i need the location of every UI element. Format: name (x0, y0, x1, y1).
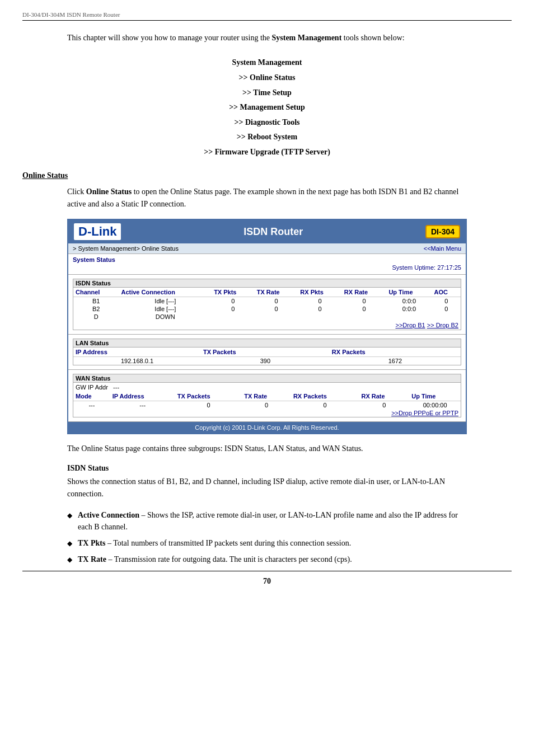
wan-rx-rate: 0 (359, 401, 409, 410)
isdn-status-table: Channel Active Connection TX Pkts TX Rat… (73, 288, 461, 321)
router-header: D-Link ISDN Router DI-304 (68, 220, 466, 243)
wan-rx-pkts: 0 (291, 401, 359, 410)
bullet-item-2: ◆ TX Pkts – Total numbers of transmitted… (67, 537, 467, 549)
system-uptime: System Uptime: 27:17:25 (73, 264, 461, 271)
isdn-row-b1: B1 Idle [---] 0 0 0 0 0:0:0 0 (73, 297, 461, 306)
lan-rx: 1672 (330, 357, 461, 365)
wan-col-tx-rate: TX Rate (242, 392, 291, 401)
lan-col-ip: IP Address (73, 348, 201, 357)
menu-block: System Management >> Online Status >> Ti… (22, 55, 512, 159)
isdn-d-active: DOWN (119, 313, 212, 321)
online-status-heading: Online Status (22, 171, 512, 180)
bullet-text-3: TX Rate – Transmission rate for outgoing… (78, 553, 467, 565)
wan-col-mode: Mode (73, 392, 110, 401)
isdn-b1-uptime: 0:0:0 (386, 297, 432, 306)
isdn-b1-rx-pkts: 0 (298, 297, 342, 306)
menu-item-4: >> Diagnostic Tools (234, 118, 299, 126)
isdn-col-uptime: Up Time (386, 288, 432, 297)
intro-text-2: tools shown below: (341, 34, 404, 42)
online-status-bold: Online Status (86, 187, 132, 196)
isdn-b2-channel: B2 (73, 305, 119, 313)
intro-bold: System Management (271, 34, 341, 42)
bullet-dash-1: – (139, 511, 147, 519)
wan-uptime: 00:00:00 (409, 401, 461, 410)
bullet-rest-2: Total numbers of transmitted IP packets … (113, 539, 351, 547)
isdn-col-rx-rate: RX Rate (342, 288, 387, 297)
system-status-section: System Status System Uptime: 27:17:25 (68, 254, 466, 275)
document-title: DI-304/DI-304M ISDN Remote Router (22, 11, 120, 18)
online-status-text-1: Click (67, 187, 86, 196)
isdn-b2-uptime: 0:0:0 (386, 305, 432, 313)
wan-col-tx-pkts: TX Packets (175, 392, 242, 401)
wan-col-uptime: Up Time (409, 392, 461, 401)
isdn-b1-aoc: 0 (432, 297, 461, 306)
wan-row-1: --- --- 0 0 0 0 00:00:00 (73, 401, 461, 410)
bullet-item-1: ◆ Active Connection – Shows the ISP, act… (67, 509, 467, 533)
isdn-b2-rx-pkts: 0 (298, 305, 342, 313)
wan-status-table: Mode IP Address TX Packets TX Rate RX Pa… (73, 392, 461, 409)
drop-b1-link[interactable]: >>Drop B1 (395, 322, 425, 328)
lan-ip: 192.168.0.1 (73, 357, 201, 365)
isdn-d-uptime (386, 313, 432, 321)
menu-item-1: >> Online Status (239, 73, 296, 82)
menu-item-5: >> Reboot System (237, 133, 298, 141)
gw-ip-line: GW IP Addr --- (73, 383, 461, 392)
isdn-row-b2: B2 Idle [---] 0 0 0 0 0:0:0 0 (73, 305, 461, 313)
isdn-b1-channel: B1 (73, 297, 119, 306)
wan-status-section: WAN Status GW IP Addr --- Mode IP Addres… (68, 370, 466, 422)
lan-status-label: LAN Status (73, 339, 461, 348)
nav-path: > System Management> Online Status (73, 245, 179, 252)
lan-status-section: LAN Status IP Address TX Packets RX Pack… (68, 335, 466, 370)
menu-item-2: >> Time Setup (242, 88, 292, 97)
wan-tx-rate: 0 (242, 401, 291, 410)
bullet-text-1: Active Connection – Shows the ISP, activ… (78, 509, 467, 533)
isdn-b2-rx-rate: 0 (342, 305, 387, 313)
menu-item-3: >> Management Setup (229, 103, 305, 111)
lan-col-tx: TX Packets (201, 348, 330, 357)
isdn-b1-rx-rate: 0 (342, 297, 387, 306)
isdn-d-rx-rate (342, 313, 387, 321)
isdn-b1-tx-rate: 0 (255, 297, 298, 306)
document-header: DI-304/DI-304M ISDN Remote Router (22, 11, 512, 21)
isdn-b2-tx-pkts: 0 (212, 305, 255, 313)
main-menu-link[interactable]: <<Main Menu (424, 245, 461, 252)
isdn-row-d: D DOWN (73, 313, 461, 321)
wan-ip: --- (110, 401, 175, 410)
isdn-b1-tx-pkts: 0 (212, 297, 255, 306)
wan-status-box: WAN Status GW IP Addr --- Mode IP Addres… (73, 374, 461, 417)
intro-paragraph: This chapter will show you how to manage… (67, 32, 467, 44)
isdn-col-aoc: AOC (432, 288, 461, 297)
bullet-diamond-1: ◆ (67, 510, 72, 520)
lan-status-table: IP Address TX Packets RX Packets 192.168… (73, 348, 461, 365)
isdn-b2-aoc: 0 (432, 305, 461, 313)
bullet-diamond-2: ◆ (67, 538, 72, 548)
wan-col-rx-rate: RX Rate (359, 392, 409, 401)
gw-ip-value-text: --- (113, 384, 119, 391)
isdn-col-tx-pkts: TX Pkts (212, 288, 255, 297)
bullet-diamond-3: ◆ (67, 555, 72, 565)
router-nav-bar: > System Management> Online Status <<Mai… (68, 243, 466, 254)
wan-status-label: WAN Status (73, 374, 461, 383)
drop-pptp-link[interactable]: >>Drop PPPoE or PPTP (391, 410, 458, 416)
intro-text-1: This chapter will show you how to manage… (67, 34, 271, 42)
isdn-b1-active: Idle [---] (119, 297, 212, 306)
bullet-item-3: ◆ TX Rate – Transmission rate for outgoi… (67, 553, 467, 565)
menu-title: System Management (232, 58, 302, 67)
isdn-col-rx-pkts: RX Pkts (298, 288, 342, 297)
lan-tx: 390 (201, 357, 330, 365)
menu-item-6: >> Firmware Upgrade (TFTP Server) (204, 148, 330, 156)
lan-col-rx: RX Packets (330, 348, 461, 357)
lan-row-1: 192.168.0.1 390 1672 (73, 357, 461, 365)
lan-status-box: LAN Status IP Address TX Packets RX Pack… (73, 339, 461, 365)
bullet-bold-2: TX Pkts (78, 539, 105, 547)
drop-pptp-section: >>Drop PPPoE or PPTP (73, 409, 461, 417)
di304-badge: DI-304 (425, 225, 460, 238)
bullet-bold-1: Active Connection (78, 511, 139, 519)
wan-col-rx-pkts: RX Packets (291, 392, 359, 401)
isdn-d-rx-pkts (298, 313, 342, 321)
isdn-b2-active: Idle [---] (119, 305, 212, 313)
bullet-dash-2: – (105, 539, 113, 547)
footer-divider (22, 571, 512, 571)
online-status-intro: Click Online Status to open the Online S… (67, 186, 467, 211)
drop-b2-link[interactable]: >> Drop B2 (427, 322, 458, 328)
